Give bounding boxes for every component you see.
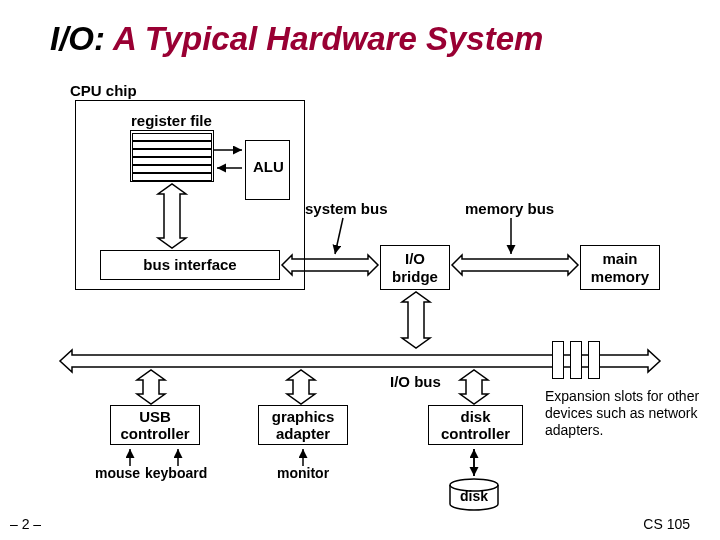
disk-arrow <box>468 446 480 480</box>
alu-label: ALU <box>253 158 284 175</box>
course-code: CS 105 <box>643 516 690 532</box>
title-prefix: I/O: <box>50 20 105 57</box>
mouse-label: mouse <box>95 465 140 481</box>
register-row <box>132 165 212 173</box>
system-bus-pointer <box>335 218 365 258</box>
register-row <box>132 157 212 165</box>
page-title: I/O: A Typical Hardware System <box>50 20 543 58</box>
disk-controller-box: disk controller <box>428 405 523 445</box>
graphics-bus-connector <box>287 370 315 404</box>
svg-marker-12 <box>287 370 315 404</box>
usb-controller-box: USB controller <box>110 405 200 445</box>
io-bus-label: I/O bus <box>390 373 441 390</box>
register-file-label: register file <box>131 112 212 129</box>
svg-marker-9 <box>137 370 165 404</box>
disk-controller-label: disk controller <box>441 408 510 443</box>
monitor-arrow <box>297 446 309 466</box>
system-bus-label: system bus <box>305 200 388 217</box>
mouse-arrow <box>124 446 136 466</box>
page-number: – 2 – <box>10 516 41 532</box>
monitor-label: monitor <box>277 465 329 481</box>
regfile-businterface-arrow <box>158 184 186 248</box>
svg-marker-7 <box>402 292 430 348</box>
svg-marker-3 <box>282 255 378 275</box>
iobridge-down-arrow <box>402 292 430 348</box>
expansion-slot <box>552 341 564 379</box>
svg-line-4 <box>335 218 343 254</box>
regfile-alu-arrows <box>214 140 245 180</box>
keyboard-arrow <box>172 446 184 466</box>
svg-marker-5 <box>452 255 578 275</box>
disk-bus-connector <box>460 370 488 404</box>
memory-bus-pointer <box>505 218 525 258</box>
expansion-text: Expansion slots for other devices such a… <box>545 388 715 438</box>
svg-marker-14 <box>460 370 488 404</box>
memory-bus-label: memory bus <box>465 200 554 217</box>
main-memory-label: main memory <box>591 250 649 285</box>
bus-interface-label: bus interface <box>143 256 236 273</box>
usb-bus-connector <box>137 370 165 404</box>
io-bridge-label: I/O bridge <box>392 250 438 285</box>
cpu-chip-label: CPU chip <box>70 82 137 99</box>
register-row <box>132 141 212 149</box>
expansion-slot <box>588 341 600 379</box>
title-rest: A Typical Hardware System <box>105 20 543 57</box>
svg-marker-2 <box>158 184 186 248</box>
register-row <box>132 173 212 181</box>
io-bridge-box: I/O bridge <box>380 245 450 290</box>
keyboard-label: keyboard <box>145 465 207 481</box>
register-row <box>132 149 212 157</box>
usb-controller-label: USB controller <box>120 408 189 443</box>
expansion-slot <box>570 341 582 379</box>
main-memory-box: main memory <box>580 245 660 290</box>
system-bus-arrow <box>282 255 378 275</box>
memory-bus-arrow <box>452 255 578 275</box>
graphics-adapter-box: graphics adapter <box>258 405 348 445</box>
graphics-adapter-label: graphics adapter <box>272 408 335 443</box>
disk-label: disk <box>460 488 488 504</box>
register-row <box>132 133 212 141</box>
bus-interface-box: bus interface <box>100 250 280 280</box>
